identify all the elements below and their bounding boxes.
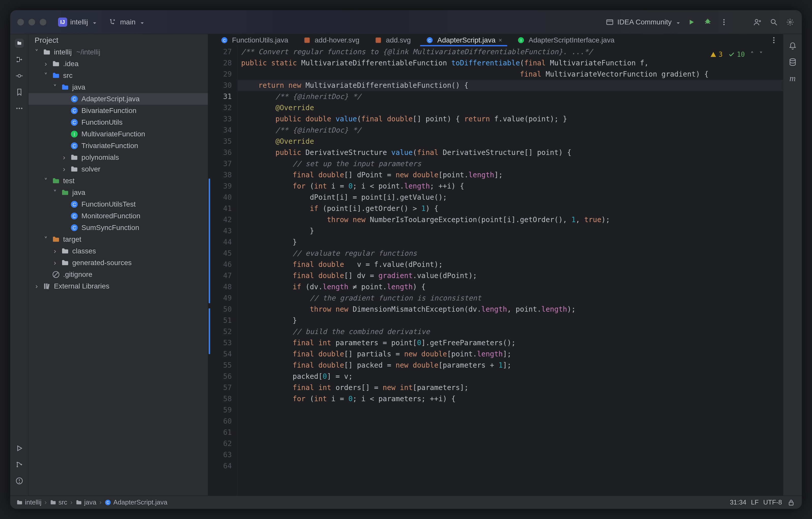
file-encoding[interactable]: UTF-8 — [763, 498, 782, 506]
code-line[interactable]: // set up the input parameters — [238, 158, 783, 169]
editor-tab[interactable]: add.svg — [367, 34, 418, 46]
vcs-branch[interactable]: main — [108, 18, 144, 27]
more-actions-icon[interactable] — [719, 18, 729, 27]
code-area[interactable]: 3 10 ˄ ˅ /** Convert regular functions t… — [238, 46, 783, 496]
tree-test[interactable]: ˅test — [28, 175, 208, 187]
breadcrumb-item[interactable]: intellij — [16, 498, 41, 506]
breadcrumb-item[interactable]: src — [50, 498, 67, 506]
run-tool-icon[interactable] — [15, 444, 24, 453]
code-line[interactable]: @Override — [238, 136, 783, 147]
breadcrumb-item[interactable]: java — [76, 498, 96, 506]
tree-file-MonitoredFunction[interactable]: CMonitoredFunction — [28, 210, 208, 222]
code-line[interactable]: throw new NumberIsTooLargeException(poin… — [238, 214, 783, 225]
project-tool-icon[interactable] — [15, 39, 24, 48]
ok-count[interactable]: 10 — [728, 49, 745, 60]
code-line[interactable]: // the gradient function is inconsistent — [238, 293, 783, 304]
code-line[interactable]: return new MultivariateDifferentiableFun… — [238, 80, 783, 91]
run-button[interactable] — [687, 18, 696, 27]
code-line[interactable]: final double v = f.value(dPoint); — [238, 259, 783, 270]
code-editor[interactable]: 2728293031323334353637383940414243444546… — [208, 46, 783, 496]
tree-generated[interactable]: ›generated-sources — [28, 257, 208, 269]
settings-icon[interactable] — [786, 18, 795, 27]
prev-highlight-icon[interactable]: ˄ — [750, 49, 754, 60]
breadcrumb-item[interactable]: CAdapterScript.java — [105, 498, 167, 506]
code-line[interactable]: dPoint[i] = point[i].getValue(); — [238, 192, 783, 203]
tabs-more-icon[interactable] — [769, 36, 778, 45]
code-line[interactable]: // evaluate regular functions — [238, 248, 783, 259]
tree-classes[interactable]: ›classes — [28, 245, 208, 257]
breadcrumb[interactable]: intellij›src›java›CAdapterScript.java — [16, 498, 167, 506]
bookmarks-tool-icon[interactable] — [15, 88, 24, 97]
editor-tab[interactable]: CFunctionUtils.java — [213, 34, 295, 46]
tree-test-java[interactable]: ˅java — [28, 187, 208, 198]
debug-button[interactable] — [703, 18, 712, 27]
tree-file-AdapterScript.java[interactable]: CAdapterScript.java — [28, 93, 208, 105]
product-selector[interactable]: IDEA Community — [605, 18, 680, 27]
minimize-window-dot[interactable] — [28, 19, 35, 25]
code-line[interactable]: /** Convert regular functions to {@link … — [238, 46, 783, 57]
code-line[interactable]: final MultivariateVectorFunction gradien… — [238, 69, 783, 80]
project-selector[interactable]: IJ intellij — [53, 16, 101, 28]
tree-src-java[interactable]: ˅java — [28, 81, 208, 93]
lock-icon[interactable] — [787, 498, 796, 507]
tree-file-TrivariateFunction[interactable]: CTrivariateFunction — [28, 140, 208, 152]
caret-position[interactable]: 31:34 — [730, 498, 746, 506]
maven-icon[interactable]: m — [788, 74, 797, 83]
tree-solver[interactable]: ›solver — [28, 163, 208, 175]
search-icon[interactable] — [769, 18, 778, 27]
code-line[interactable]: final int parameters = point[0].getFreeP… — [238, 337, 783, 349]
code-line[interactable]: public DerivativeStructure value(final D… — [238, 147, 783, 158]
next-highlight-icon[interactable]: ˅ — [759, 49, 763, 60]
code-line[interactable]: } — [238, 225, 783, 237]
code-line[interactable]: throw new DimensionMismatchException(dv.… — [238, 304, 783, 315]
tree-polynomials[interactable]: ›polynomials — [28, 152, 208, 163]
code-line[interactable]: /** {@inheritDoc} */ — [238, 125, 783, 136]
close-tab-icon[interactable]: × — [499, 37, 502, 44]
editor-tab[interactable]: add-hover.svg — [295, 34, 367, 46]
code-with-me-icon[interactable] — [753, 18, 762, 27]
code-line[interactable]: if (point[i].getOrder() > 1) { — [238, 203, 783, 214]
code-line[interactable]: final double[] dv = gradient.value(dPoin… — [238, 270, 783, 281]
code-line[interactable]: packed[0] = v; — [238, 371, 783, 382]
editor-tab[interactable]: IAdapterScriptInterface.java — [509, 34, 622, 46]
code-line[interactable]: // build the combined derivative — [238, 326, 783, 337]
inspection-widget[interactable]: 3 10 ˄ ˅ — [710, 49, 763, 60]
window-controls[interactable] — [17, 19, 46, 25]
code-line[interactable]: } — [238, 237, 783, 248]
commit-tool-icon[interactable] — [15, 71, 24, 80]
code-line[interactable]: public static MultivariateDifferentiable… — [238, 57, 783, 69]
code-line[interactable]: if (dv.length ≠ point.length) { — [238, 281, 783, 293]
tree-root[interactable]: ˅intellij~/intellij — [28, 46, 208, 58]
maximize-window-dot[interactable] — [40, 19, 46, 25]
tree-idea[interactable]: ›.idea — [28, 58, 208, 70]
tree-ext-libs[interactable]: ›External Libraries — [28, 280, 208, 292]
code-line[interactable]: } — [238, 315, 783, 326]
code-line[interactable]: for (int i = 0; i < point.length; ++i) { — [238, 181, 783, 192]
problems-tool-icon[interactable] — [15, 476, 24, 485]
warnings-count[interactable]: 3 — [710, 49, 723, 60]
tree-src[interactable]: ˅src — [28, 70, 208, 81]
tree-gitignore[interactable]: .gitignore — [28, 269, 208, 280]
code-line[interactable]: for (int i = 0; i < parameters; ++i) { — [238, 393, 783, 405]
tree-target[interactable]: ˅target — [28, 234, 208, 245]
structure-tool-icon[interactable] — [15, 55, 24, 64]
tree-file-BivariateFunction[interactable]: CBivariateFunction — [28, 105, 208, 117]
close-window-dot[interactable] — [17, 19, 24, 25]
tree-file-MultivariateFunction[interactable]: IMultivariateFunction — [28, 128, 208, 140]
editor-tab[interactable]: CAdapterScript.java× — [418, 34, 509, 46]
git-tool-icon[interactable] — [15, 460, 24, 469]
tree-file-FunctionUtils[interactable]: CFunctionUtils — [28, 117, 208, 128]
code-line[interactable]: @Override — [238, 102, 783, 113]
code-line[interactable]: final int orders[] = new int[parameters]… — [238, 382, 783, 393]
code-line[interactable]: final double[] partials = new double[poi… — [238, 349, 783, 360]
project-tree[interactable]: ˅intellij~/intellij›.idea˅src˅javaCAdapt… — [28, 46, 208, 496]
code-line[interactable]: final double[] dPoint = new double[point… — [238, 169, 783, 181]
database-icon[interactable] — [788, 57, 797, 67]
more-tool-icon[interactable] — [15, 104, 24, 113]
tree-file-SumSyncFunction[interactable]: CSumSyncFunction — [28, 222, 208, 234]
tree-file-FunctionUtilsTest[interactable]: CFunctionUtilsTest — [28, 198, 208, 210]
code-line[interactable]: final double[] packed = new double[param… — [238, 360, 783, 371]
code-line[interactable]: public double value(final double[] point… — [238, 113, 783, 125]
code-line[interactable]: /** {@inheritDoc} */ — [238, 91, 783, 102]
notifications-icon[interactable] — [788, 41, 797, 50]
